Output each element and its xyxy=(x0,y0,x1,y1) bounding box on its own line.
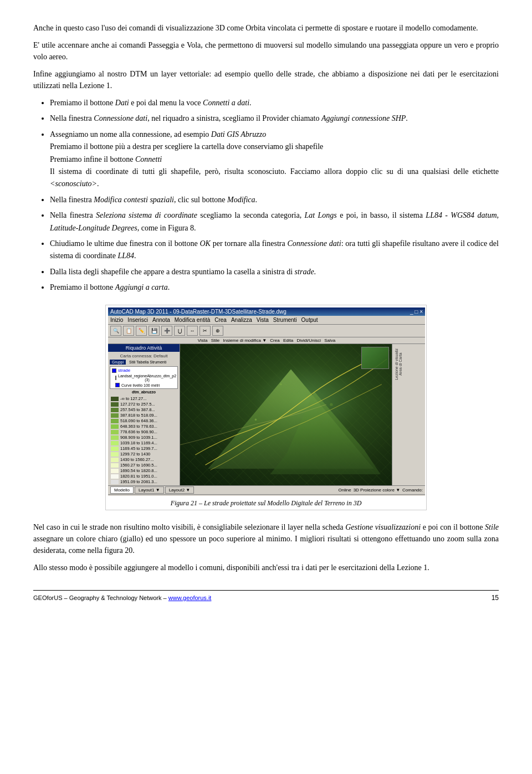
left-panel: Riquadro Attività Carta connessa: Defaul… xyxy=(108,344,180,485)
list-item: Chiudiamo le ultime due finestra con il … xyxy=(50,238,499,263)
toolbar-new[interactable]: ➕ xyxy=(161,326,172,336)
legend-row: 1430 to 1560.27... xyxy=(111,457,177,462)
menu-item[interactable]: Strumenti xyxy=(273,317,297,323)
legend-text: 1560.27 to 1690.5... xyxy=(120,463,157,468)
menu-item[interactable]: Crea xyxy=(214,317,227,323)
legend-text: 908.909 to 1039.1... xyxy=(120,435,157,440)
tab-gruppi[interactable]: Gruppi xyxy=(110,360,126,365)
toolbar-union[interactable]: ⋃ xyxy=(174,326,185,336)
legend-row: 778.636 to 908.90... xyxy=(111,429,177,434)
legend-color-swatch xyxy=(111,408,119,412)
legend-color-swatch xyxy=(111,430,119,434)
legend-text: 518.090 to 648.36... xyxy=(120,418,157,423)
layer-item-strade[interactable]: strade xyxy=(111,367,177,373)
layer-label-curve: Curve livello 100 metri xyxy=(121,383,160,387)
list-item: Nella finestra Connessione dati, nel riq… xyxy=(50,112,499,125)
legend-text: -∞ to 127.27... xyxy=(120,396,146,401)
legend-panel: -∞ to 127.27... 127.272 to 257.5... 257.… xyxy=(110,395,178,485)
list-item: Nella finestra Seleziona sistema di coor… xyxy=(50,209,499,234)
layer-checkbox-curve[interactable] xyxy=(115,383,120,387)
bottom-controls: Online 3D Proiezione colore ▼ Comando: xyxy=(339,486,423,494)
svg-point-0 xyxy=(280,383,282,386)
toolbar-save[interactable]: 💾 xyxy=(149,326,160,336)
svg-point-2 xyxy=(255,419,257,421)
bottom-label: Comando: xyxy=(402,488,423,493)
tab-stili[interactable]: Stili Tabella Strumenti xyxy=(127,360,168,365)
layer-checkbox[interactable] xyxy=(112,368,116,373)
list-item: Premiamo il bottone Aggiungi a carta. xyxy=(50,281,499,294)
toolbar-label: Stile xyxy=(211,338,220,343)
toolbar-split[interactable]: ✂ xyxy=(200,326,211,336)
toolbar-table[interactable]: 📋 xyxy=(123,326,134,336)
toolbar-label: Crea xyxy=(270,338,279,343)
legend-row: 1299.72 to 1430 xyxy=(111,452,177,457)
footer-link[interactable]: www.geoforus.it xyxy=(168,594,212,601)
legend-text: 648.363 to 778.63... xyxy=(120,424,157,429)
toolbar-label: Dividi/Unisci xyxy=(296,338,321,343)
legend-row: 387.818 to 518.09... xyxy=(111,413,177,418)
toolbar-label: Insieme di modifica ▼ xyxy=(223,338,267,343)
panel-content: Carta connessa: Default Gruppi Stili Tab… xyxy=(108,352,180,485)
autocad-menubar: Inizio Inserisci Annota Modifica entità … xyxy=(108,316,425,325)
legend-text: 1690.54 to 1820.8... xyxy=(120,468,157,473)
legend-text: 1299.72 to 1430 xyxy=(120,452,150,457)
layer-item-curve[interactable]: Curve livello 100 metri xyxy=(114,382,177,388)
right-panel-text: Lezione di visualiz Area di Carta xyxy=(392,344,405,382)
autocad-titlebar: AutoCAD Map 3D 2011 - 09-DataRaster-DTM-… xyxy=(108,307,425,316)
legend-color-swatch xyxy=(111,435,119,440)
legend-color-swatch xyxy=(111,452,119,457)
toolbar-zoom[interactable]: 🔍 xyxy=(110,326,121,336)
list-item: Dalla lista degli shapefile che appare a… xyxy=(50,266,499,278)
legend-row: 1560.27 to 1690.5... xyxy=(111,463,177,468)
bottom-tabs: Modello Layout1 ▼ Layout2 ▼ Online 3D Pr… xyxy=(108,485,425,495)
menu-item[interactable]: Inizio xyxy=(110,317,123,323)
legend-color-swatch xyxy=(111,474,119,479)
panel-tabs: Gruppi Stili Tabella Strumenti xyxy=(110,360,178,365)
bullet-list: Premiamo il bottone Dati e poi dal menu … xyxy=(50,97,499,294)
right-panel-label-2: Area di Carta xyxy=(398,348,402,380)
layer-checkbox-dtm[interactable] xyxy=(115,376,116,380)
legend-row: 1820.81 to 1951.0... xyxy=(111,474,177,479)
menu-item[interactable]: Modifica entità xyxy=(175,317,210,323)
footer-left: GEOforUS – Geography & Technology Networ… xyxy=(33,594,211,601)
legend-color-swatch xyxy=(111,419,119,423)
figure-image: AutoCAD Map 3D 2011 - 09-DataRaster-DTM-… xyxy=(108,307,425,496)
footer-brand-text: GEOforUS – Geography & Technology Networ… xyxy=(33,594,168,601)
menu-item[interactable]: Annota xyxy=(152,317,170,323)
legend-text: 1430 to 1560.27... xyxy=(120,457,154,462)
layer-item-dtm[interactable]: Landsat_regioneAbruzzo_dtm_p2 (3) xyxy=(114,373,177,382)
legend-row: 127.272 to 257.5... xyxy=(111,402,177,407)
thumbnail-preview xyxy=(361,347,389,369)
legend-row: 908.909 to 1039.1... xyxy=(111,435,177,440)
autocad-viewport xyxy=(180,344,392,485)
footer: GEOforUS – Geography & Technology Networ… xyxy=(33,590,499,602)
tab-layout2[interactable]: Layout2 ▼ xyxy=(165,486,195,494)
layer-label: strade xyxy=(118,368,130,373)
modello-badge: Comando: xyxy=(215,495,236,496)
tab-modello[interactable]: Modello xyxy=(110,486,134,494)
legend-text: 778.636 to 908.90... xyxy=(120,429,157,434)
seconda-toolbar: Vista Stile Insieme di modifica ▼ Crea E… xyxy=(108,337,425,344)
toolbar-label: Salva xyxy=(324,338,335,343)
menu-item[interactable]: Vista xyxy=(257,317,269,323)
legend-text: 257.545 to 387.8... xyxy=(120,407,155,412)
bottom-label: Online xyxy=(339,488,351,493)
toolbar-merge[interactable]: ⊕ xyxy=(212,326,223,336)
scala: Scala della vista: 348/14 xyxy=(292,495,340,496)
figure-caption: Figura 21 – Le strade proiettate sul Mod… xyxy=(108,499,424,508)
bottom-label: 3D Proiezione colore ▼ xyxy=(354,488,400,493)
menu-item[interactable]: Analizza xyxy=(231,317,252,323)
menu-item[interactable]: Inserisci xyxy=(127,317,148,323)
legend-color-swatch xyxy=(111,424,119,429)
legend-color-swatch xyxy=(111,441,119,445)
legend-color-swatch xyxy=(111,480,119,484)
menu-item[interactable]: Output xyxy=(301,317,318,323)
page-content: Anche in questo caso l'uso dei comandi d… xyxy=(33,22,499,573)
road-lines-svg xyxy=(180,344,392,473)
paragraph-1: Anche in questo caso l'uso dei comandi d… xyxy=(33,22,499,34)
list-item: Nella finestra Modifica contesti spazial… xyxy=(50,194,499,206)
toolbar-editor[interactable]: ✏️ xyxy=(136,326,147,336)
paragraph-2: E' utile accennare anche ai comandi Pass… xyxy=(33,39,499,63)
toolbar-move[interactable]: ↔ xyxy=(187,326,198,336)
tab-layout1[interactable]: Layout1 ▼ xyxy=(135,486,164,494)
